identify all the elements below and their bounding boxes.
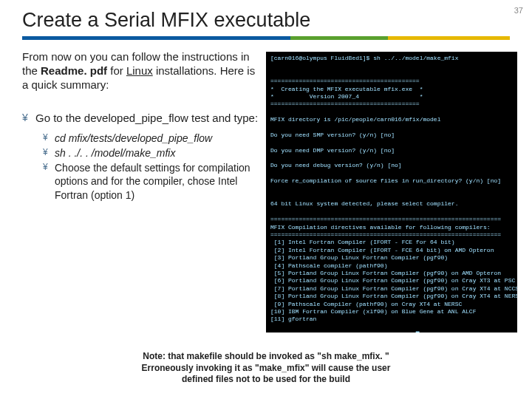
sub-bullet-b: ¥ sh . ./. . /model/make_mfix <box>43 146 260 160</box>
slide-title: Create a Serial MFIX executable <box>0 0 532 36</box>
sub-c-text: Choose the default settings for compilat… <box>55 161 260 202</box>
note-line-1: Note: that makefile should be invoked as… <box>143 351 389 361</box>
intro-mid: for <box>107 64 126 77</box>
note-line-2: Erroneously invoking it as "make_mfix" w… <box>142 363 391 373</box>
sub-bullet-c: ¥ Choose the default settings for compil… <box>43 161 260 202</box>
sub-b-text: sh . ./. . /model/make_mfix <box>55 146 175 160</box>
bullet-icon: ¥ <box>22 111 35 124</box>
page-number: 37 <box>514 6 523 15</box>
left-column: From now on you can follow the instructi… <box>0 50 266 332</box>
sub-bullet-a: ¥ cd mfix/tests/developed_pipe_flow <box>43 132 260 145</box>
intro-readme: Readme. pdf <box>41 64 107 77</box>
content-area: From now on you can follow the instructi… <box>0 50 532 332</box>
sub-bullet-icon: ¥ <box>43 146 55 159</box>
sub-bullet-icon: ¥ <box>43 132 55 144</box>
note-line-3: defined files not to be used for the bui… <box>182 374 350 384</box>
bullet-1: ¥ Go to the developed_pipe_flow test and… <box>22 111 260 126</box>
title-underline <box>22 36 510 40</box>
intro-paragraph: From now on you can follow the instructi… <box>22 50 260 92</box>
sub-bullet-icon: ¥ <box>43 161 55 174</box>
sub-a-text: cd mfix/tests/developed_pipe_flow <box>55 132 212 145</box>
bullet-1-text: Go to the developed_pipe_flow test and t… <box>35 111 258 126</box>
footer-note: Note: that makefile should be invoked as… <box>111 351 421 386</box>
sub-bullet-list: ¥ cd mfix/tests/developed_pipe_flow ¥ sh… <box>43 132 260 202</box>
intro-linux: Linux <box>126 64 153 77</box>
terminal-screenshot: [carn016@olympus FluidBed1]$ sh ../../mo… <box>266 52 517 332</box>
